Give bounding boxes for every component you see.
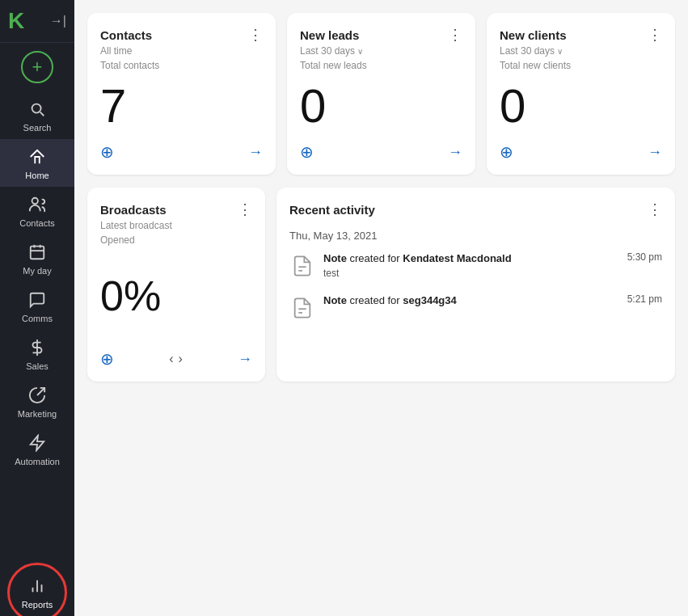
recent-activity-date: Thu, May 13, 2021 (289, 230, 662, 242)
contacts-card-header: Contacts ⋮ (100, 26, 263, 44)
note-icon (289, 293, 315, 323)
app-logo: K (8, 8, 24, 34)
svg-point-0 (32, 104, 41, 113)
marketing-icon (27, 386, 47, 405)
contacts-card-title: Contacts (100, 28, 152, 42)
bottom-row: Broadcasts ⋮ Latest broadcast Opened 0% … (87, 188, 675, 382)
activity-text: Note created for Kendatest Macdonald (323, 251, 614, 266)
broadcasts-card-menu-icon[interactable]: ⋮ (238, 200, 252, 218)
new-leads-card-value: 0 (300, 78, 462, 134)
calendar-icon (27, 243, 47, 262)
svg-point-2 (32, 198, 38, 204)
new-clients-add-icon[interactable]: ⊕ (500, 142, 513, 162)
reports-icon (27, 576, 47, 596)
recent-activity-title: Recent activity (289, 203, 375, 217)
sidebar-item-myday[interactable]: My day (0, 234, 74, 282)
collapse-icon[interactable]: →| (50, 14, 66, 28)
sidebar-item-marketing[interactable]: Marketing (0, 378, 74, 425)
recent-activity-card: Recent activity ⋮ Thu, May 13, 2021 Note (276, 188, 675, 382)
recent-activity-header: Recent activity ⋮ (289, 200, 662, 218)
activity-time: 5:21 pm (622, 293, 662, 305)
sidebar-nav: Search Home Contacts (0, 91, 74, 616)
broadcasts-card-value: 0% (100, 252, 252, 341)
top-cards-row: Contacts ⋮ All time Total contacts 7 ⊕ →… (87, 13, 675, 175)
new-clients-card-footer: ⊕ → (500, 142, 662, 162)
broadcasts-card-subtitle: Latest broadcast (100, 220, 252, 231)
new-clients-card-description: Total new clients (500, 60, 662, 71)
broadcasts-prev-icon[interactable]: ‹ (169, 352, 173, 366)
sidebar-item-label: Search (23, 123, 52, 133)
contacts-arrow-icon[interactable]: → (248, 144, 263, 161)
contacts-icon (27, 195, 47, 214)
activity-text: Note created for seg344g34 (323, 293, 614, 308)
broadcasts-card: Broadcasts ⋮ Latest broadcast Opened 0% … (87, 188, 265, 382)
new-leads-add-icon[interactable]: ⊕ (300, 142, 314, 162)
new-clients-card-title: New clients (500, 28, 567, 42)
sidebar-item-search[interactable]: Search (0, 91, 74, 139)
activity-time: 5:30 pm (622, 251, 662, 263)
new-leads-card-description: Total new leads (300, 60, 462, 71)
contacts-card-footer: ⊕ → (100, 142, 263, 162)
new-clients-arrow-icon[interactable]: → (648, 144, 662, 161)
home-icon (27, 147, 47, 167)
add-button[interactable]: + (21, 51, 53, 83)
broadcasts-next-icon[interactable]: › (179, 352, 183, 366)
activity-item: Note created for Kendatest Macdonald tes… (289, 251, 662, 281)
new-leads-arrow-icon[interactable]: → (448, 144, 462, 161)
contacts-card-value: 7 (100, 78, 263, 134)
comms-icon (27, 290, 47, 310)
activity-action: Note (323, 252, 347, 264)
new-leads-card-header: New leads ⋮ (300, 26, 462, 44)
activity-action-suffix: created for (350, 294, 403, 306)
broadcasts-card-title: Broadcasts (100, 203, 167, 217)
new-leads-card-footer: ⊕ → (300, 142, 462, 162)
activity-detail: test (323, 268, 614, 279)
sidebar-item-comms[interactable]: Comms (0, 282, 74, 330)
new-clients-card-header: New clients ⋮ (500, 26, 662, 44)
new-clients-card-menu-icon[interactable]: ⋮ (648, 26, 662, 44)
new-leads-card-title: New leads (300, 28, 359, 42)
contacts-add-icon[interactable]: ⊕ (100, 142, 114, 162)
note-icon (289, 251, 315, 281)
sidebar-item-reports[interactable]: Reports (0, 568, 74, 616)
activity-subject: Kendatest Macdonald (403, 252, 511, 264)
sidebar-item-label: Contacts (19, 218, 54, 228)
activity-action: Note (323, 294, 347, 306)
sidebar-item-label: Home (25, 171, 49, 180)
activity-action-suffix: created for (350, 252, 403, 264)
sidebar-item-label: Reports (22, 600, 53, 610)
search-icon (27, 99, 47, 119)
new-clients-card-subtitle: Last 30 days ∨ (500, 45, 662, 57)
contacts-card-menu-icon[interactable]: ⋮ (248, 26, 263, 44)
activity-subject: seg344g34 (403, 294, 457, 306)
new-clients-card: New clients ⋮ Last 30 days ∨ Total new c… (487, 13, 675, 175)
broadcasts-card-description: Opened (100, 234, 252, 246)
sidebar-header: K →| (0, 0, 74, 43)
sidebar-item-automation[interactable]: Automation (0, 425, 74, 473)
sidebar-item-label: My day (23, 266, 51, 276)
contacts-card: Contacts ⋮ All time Total contacts 7 ⊕ → (87, 13, 276, 175)
sidebar-item-label: Comms (22, 314, 53, 323)
automation-icon (27, 433, 47, 453)
contacts-card-subtitle: All time (100, 45, 263, 57)
broadcasts-card-header: Broadcasts ⋮ (100, 200, 252, 218)
sidebar-item-sales[interactable]: Sales (0, 330, 74, 378)
new-leads-card-menu-icon[interactable]: ⋮ (448, 26, 462, 44)
broadcasts-nav-arrows: ‹ › (169, 352, 183, 366)
broadcasts-add-icon[interactable]: ⊕ (100, 349, 114, 369)
contacts-card-description: Total contacts (100, 60, 263, 71)
sidebar-item-home[interactable]: Home (0, 139, 74, 187)
sidebar-item-label: Marketing (18, 409, 57, 419)
svg-rect-3 (31, 247, 44, 259)
svg-line-1 (40, 112, 44, 116)
sidebar-item-label: Sales (26, 361, 49, 371)
new-leads-card-subtitle: Last 30 days ∨ (300, 45, 462, 57)
activity-content: Note created for Kendatest Macdonald tes… (323, 251, 614, 279)
new-leads-card: New leads ⋮ Last 30 days ∨ Total new lea… (287, 13, 475, 175)
recent-activity-menu-icon[interactable]: ⋮ (648, 200, 662, 218)
sales-icon (27, 338, 47, 357)
activity-content: Note created for seg344g34 (323, 293, 614, 308)
broadcasts-arrow-icon[interactable]: → (238, 351, 252, 368)
sidebar-item-contacts[interactable]: Contacts (0, 187, 74, 234)
sidebar-item-label: Automation (15, 457, 60, 466)
